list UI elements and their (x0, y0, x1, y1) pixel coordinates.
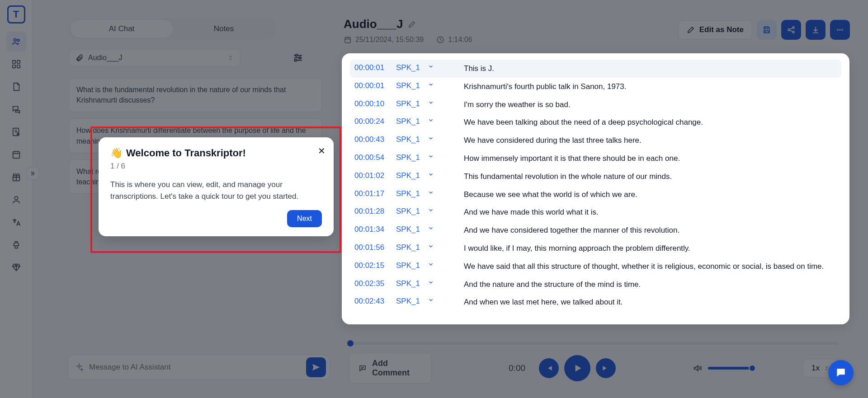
transcript-row[interactable]: 00:01:28SPK_1And we have made this world… (350, 203, 841, 221)
speaker-label[interactable]: SPK_1 (396, 117, 428, 126)
chevron-down-icon[interactable] (428, 171, 446, 178)
chevron-down-icon[interactable] (428, 189, 446, 196)
transcript-row[interactable]: 00:02:15SPK_1We have said that all this … (350, 258, 841, 276)
timestamp[interactable]: 00:00:54 (354, 153, 393, 162)
speaker-label[interactable]: SPK_1 (396, 135, 428, 144)
tour-next-button[interactable]: Next (287, 210, 322, 227)
chevron-down-icon[interactable] (428, 261, 446, 267)
download-button[interactable] (806, 20, 826, 40)
transcript-row[interactable]: 00:01:02SPK_1This fundamental revolution… (350, 168, 841, 186)
tour-step-indicator: 1 / 6 (110, 162, 322, 171)
speaker-label[interactable]: SPK_1 (396, 243, 428, 252)
transcript-row[interactable]: 00:00:01SPK_1This is J. (350, 60, 841, 78)
sidebar-chat-icon[interactable] (6, 99, 26, 119)
tab-ai-chat[interactable]: AI Chat (71, 20, 173, 38)
timestamp[interactable]: 00:01:17 (354, 189, 393, 198)
audio-progress-knob[interactable] (347, 340, 354, 346)
sidebar-gift-icon[interactable] (6, 167, 26, 187)
transcript-row[interactable]: 00:01:17SPK_1Because we see what the wor… (350, 186, 841, 204)
svg-rect-3 (17, 61, 19, 63)
transcript-row[interactable]: 00:02:35SPK_1And the nature and the stru… (350, 276, 841, 294)
svg-point-0 (14, 39, 16, 42)
add-comment-label: Add Comment (372, 359, 422, 378)
file-selector[interactable]: Audio___J (69, 49, 241, 67)
more-button[interactable] (830, 20, 850, 40)
chevron-down-icon[interactable] (428, 117, 446, 123)
speaker-label[interactable]: SPK_1 (396, 207, 428, 216)
transcript-row[interactable]: 00:00:10SPK_1I'm sorry the weather is so… (350, 96, 841, 114)
share-button[interactable] (781, 20, 801, 40)
edit-title-icon[interactable] (408, 20, 416, 28)
chevron-down-icon[interactable] (428, 225, 446, 231)
transcript-row[interactable]: 00:00:24SPK_1We have been talking about … (350, 113, 841, 131)
sidebar-calendar-icon[interactable] (6, 145, 26, 164)
sidebar-expand-button[interactable] (26, 167, 39, 180)
sidebar-user-icon[interactable] (6, 190, 26, 210)
timestamp[interactable]: 00:00:01 (354, 63, 393, 72)
chevron-down-icon[interactable] (428, 279, 446, 286)
skip-back-button[interactable] (539, 358, 559, 378)
volume-knob[interactable] (749, 365, 756, 372)
timestamp[interactable]: 00:02:35 (354, 279, 393, 288)
speaker-label[interactable]: SPK_1 (396, 99, 428, 108)
transcript-row[interactable]: 00:01:34SPK_1And we have considered toge… (350, 221, 841, 239)
speaker-label[interactable]: SPK_1 (396, 279, 428, 288)
edit-as-note-button[interactable]: Edit as Note (678, 20, 752, 39)
tour-title: 👋Welcome to Transkriptor! (110, 147, 322, 159)
chat-input[interactable] (89, 363, 306, 372)
speaker-label[interactable]: SPK_1 (396, 261, 428, 270)
timestamp[interactable]: 00:01:34 (354, 225, 393, 234)
chevron-down-icon[interactable] (428, 207, 446, 213)
chevron-down-icon[interactable] (428, 153, 446, 159)
sidebar-people-icon[interactable] (6, 32, 26, 52)
timestamp[interactable]: 00:01:28 (354, 207, 393, 216)
sidebar-dashboard-icon[interactable] (6, 54, 26, 74)
help-chat-fab[interactable] (828, 360, 854, 385)
filter-settings-button[interactable] (292, 52, 304, 64)
transcript-row[interactable]: 00:01:56SPK_1I would like, if I may, thi… (350, 239, 841, 258)
add-comment-button[interactable]: Add Comment (349, 353, 432, 384)
transcript-row[interactable]: 00:02:43SPK_1And when we last met here, … (350, 293, 841, 311)
chevron-down-icon[interactable] (428, 297, 446, 303)
suggestion-card[interactable]: What is the fundamental revolution in th… (69, 78, 322, 112)
volume-icon[interactable] (693, 363, 703, 373)
sidebar-document-icon[interactable] (6, 77, 26, 97)
chevron-down-icon[interactable] (428, 135, 446, 141)
clock-icon (436, 36, 444, 44)
timestamp[interactable]: 00:00:10 (354, 99, 393, 108)
volume-slider[interactable] (708, 367, 753, 370)
speaker-label[interactable]: SPK_1 (396, 225, 428, 234)
timestamp[interactable]: 00:00:24 (354, 117, 393, 126)
tour-close-button[interactable]: ✕ (318, 145, 326, 156)
speaker-label[interactable]: SPK_1 (396, 63, 428, 72)
timestamp[interactable]: 00:02:15 (354, 261, 393, 270)
chevron-down-icon[interactable] (428, 63, 446, 70)
chevron-down-icon[interactable] (428, 99, 446, 106)
send-button[interactable] (306, 357, 326, 377)
skip-forward-button[interactable] (596, 358, 616, 378)
sidebar-integrations-icon[interactable] (6, 235, 26, 255)
speaker-label[interactable]: SPK_1 (396, 153, 428, 162)
speaker-label[interactable]: SPK_1 (396, 81, 428, 90)
speaker-label[interactable]: SPK_1 (396, 297, 428, 306)
timestamp[interactable]: 00:01:02 (354, 171, 393, 180)
transcript-row[interactable]: 00:00:01SPK_1Krishnamurti's fourth publi… (350, 78, 841, 96)
chevron-down-icon[interactable] (428, 243, 446, 249)
timestamp[interactable]: 00:01:56 (354, 243, 393, 252)
sidebar-diamond-icon[interactable] (6, 258, 26, 277)
timestamp[interactable]: 00:00:01 (354, 81, 393, 90)
timestamp[interactable]: 00:02:43 (354, 297, 393, 306)
audio-progress-track[interactable] (349, 342, 838, 345)
sidebar-translate-icon[interactable] (6, 212, 26, 232)
timestamp[interactable]: 00:00:43 (354, 135, 393, 144)
transcript-row[interactable]: 00:00:43SPK_1We have considered during t… (350, 131, 841, 150)
tab-notes[interactable]: Notes (173, 20, 275, 38)
play-button[interactable] (564, 355, 590, 381)
save-button[interactable] (757, 20, 777, 40)
chevron-down-icon[interactable] (428, 81, 446, 88)
transcript-row[interactable]: 00:00:54SPK_1How immensely important it … (350, 150, 841, 168)
app-logo[interactable]: T (7, 5, 25, 23)
speaker-label[interactable]: SPK_1 (396, 171, 428, 180)
speaker-label[interactable]: SPK_1 (396, 189, 428, 198)
sidebar-edit-note-icon[interactable] (6, 122, 26, 142)
